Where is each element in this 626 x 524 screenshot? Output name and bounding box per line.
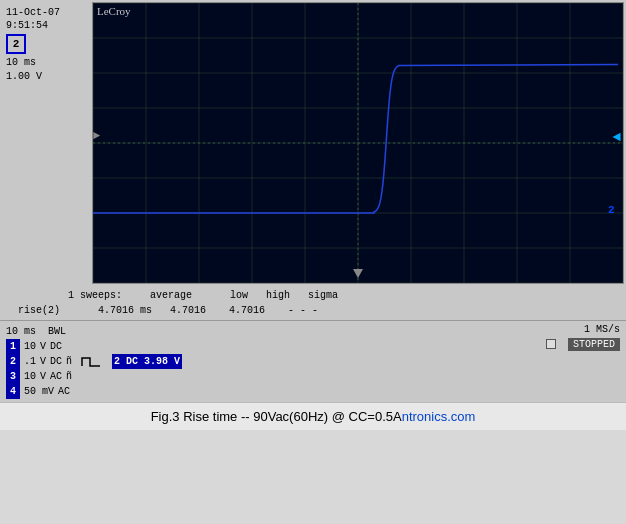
main-container: 11-Oct-07 9:51:54 2 10 ms 1.00 V LeCroy … <box>0 0 626 524</box>
left-panel: 11-Oct-07 9:51:54 2 10 ms 1.00 V <box>2 2 92 284</box>
caption-blue: ntronics.com <box>402 409 476 424</box>
right-arrow-icon: ◄ <box>613 129 621 145</box>
caption: Fig.3 Rise time -- 90Vac(60Hz) @ CC=0.5A… <box>0 402 626 430</box>
ch2-unit: V <box>40 354 46 369</box>
left-arrow-icon: ► <box>93 129 100 143</box>
ch4-indicator: 4 <box>6 384 20 399</box>
bwl-label: BWL <box>48 324 66 339</box>
stopped-badge: STOPPED <box>568 338 620 351</box>
ch4-coupling: AC <box>58 384 70 399</box>
ch3-voltage: 10 <box>24 369 36 384</box>
status-line-5: 4 50 mV AC <box>6 384 546 399</box>
scope-area: 11-Oct-07 9:51:54 2 10 ms 1.00 V LeCroy … <box>0 0 626 286</box>
ch3-unit: V <box>40 369 46 384</box>
stopped-area: STOPPED <box>546 339 620 350</box>
val-high: 4.7016 <box>229 303 265 318</box>
timebase-info: 10 ms 1.00 V <box>6 56 88 84</box>
date-display: 11-Oct-07 <box>6 6 88 19</box>
brand-label: LeCroy <box>97 5 131 17</box>
measurements-row: 1 sweeps: average low high sigma rise(2)… <box>0 286 626 320</box>
status-line-2: 1 10 V DC <box>6 339 546 354</box>
col-high: high <box>266 288 290 303</box>
time-display: 9:51:54 <box>6 19 88 32</box>
val-average: 4.7016 ms <box>98 303 152 318</box>
ch2-indicator: 2 <box>6 354 20 369</box>
timebase-status: 10 ms <box>6 324 36 339</box>
voltage-value: 1.00 V <box>6 70 88 84</box>
timebase-value: 10 ms <box>6 56 88 70</box>
ch2-dc-label: 2 DC 3.98 V <box>112 354 182 369</box>
sweeps-label: 1 sweeps: <box>68 288 122 303</box>
status-line-3: 2 .1 V DC ñ 2 DC 3.98 V <box>6 354 546 369</box>
status-bar: 10 ms BWL 1 10 V DC 2 .1 V DC ñ <box>0 320 626 402</box>
ch2-coupling: DC <box>50 354 62 369</box>
ch3-extra: ñ <box>66 369 72 384</box>
left-status: 10 ms BWL 1 10 V DC 2 .1 V DC ñ <box>6 324 546 399</box>
sample-rate: 1 MS/s <box>546 324 620 335</box>
ch2-voltage: .1 <box>24 354 36 369</box>
val-sigma: - - - <box>288 303 318 318</box>
col-average: average <box>150 288 192 303</box>
ch3-indicator: 3 <box>6 369 20 384</box>
val-low: 4.7016 <box>170 303 206 318</box>
ch1-coupling: DC <box>50 339 62 354</box>
ch3-coupling: AC <box>50 369 62 384</box>
measurements-values: rise(2) 4.7016 ms 4.7016 4.7016 - - - <box>8 303 618 318</box>
status-line-1: 10 ms BWL <box>6 324 546 339</box>
caption-text: Fig.3 Rise time -- 90Vac(60Hz) @ CC=0.5A <box>151 409 402 424</box>
measurements-header: 1 sweeps: average low high sigma <box>8 288 618 303</box>
scope-screen: LeCroy ◄ ► <box>92 2 624 284</box>
squarewave-icon <box>80 356 102 368</box>
ch4-voltage: 50 mV <box>24 384 54 399</box>
status-row: 10 ms BWL 1 10 V DC 2 .1 V DC ñ <box>6 324 620 399</box>
ch1-indicator: 1 <box>6 339 20 354</box>
checkbox-icon <box>546 339 556 349</box>
param-label: rise(2) <box>18 303 60 318</box>
col-sigma: sigma <box>308 288 338 303</box>
ch1-unit: V <box>40 339 46 354</box>
status-line-4: 3 10 V AC ñ <box>6 369 546 384</box>
right-status: 1 MS/s STOPPED <box>546 324 620 350</box>
channel-box: 2 <box>6 34 26 54</box>
ch1-voltage: 10 <box>24 339 36 354</box>
ch2-extra: ñ <box>66 354 72 369</box>
col-low: low <box>230 288 248 303</box>
